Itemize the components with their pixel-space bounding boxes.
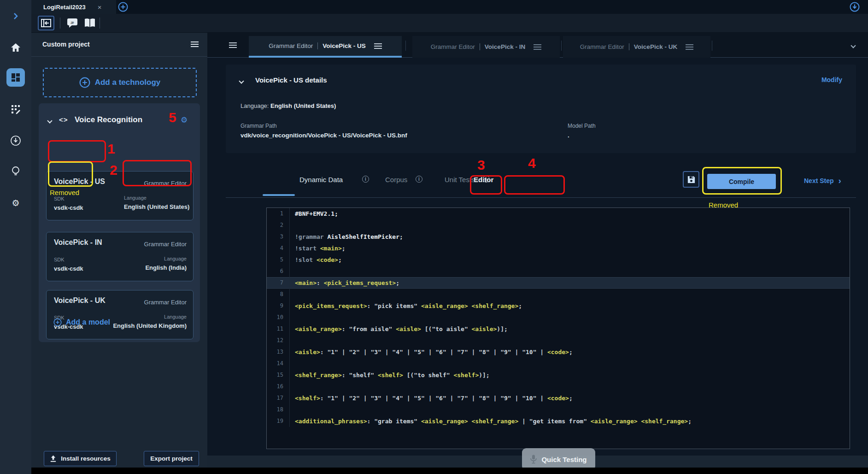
compile-button[interactable]: Compile (707, 174, 776, 189)
project-tab[interactable]: LogiRetail2023 × (31, 0, 116, 14)
line-number: 5 (267, 254, 290, 266)
code-token: | (425, 395, 435, 402)
code-text (290, 312, 295, 323)
collapse-details-chevron-icon[interactable] (239, 78, 244, 83)
code-line[interactable]: 4!start <main>; (267, 243, 850, 254)
info-icon[interactable]: i (416, 176, 422, 183)
code-token: "10" (522, 395, 536, 402)
quick-testing-button[interactable]: Quick Testing (522, 448, 595, 470)
code-token: "10" (522, 349, 536, 356)
phonetic-tool-button[interactable]: æ (65, 17, 79, 30)
code-line[interactable]: 8 (267, 289, 850, 300)
code-token: <aisle> (295, 349, 320, 356)
document-tab-strip: Grammar Editor VoicePick - US Grammar Ed… (207, 33, 868, 58)
doc-tab-voicepick-us-active[interactable]: Grammar Editor VoicePick - US (249, 36, 402, 58)
line-number: 17 (267, 392, 290, 404)
code-line[interactable]: 16 (267, 381, 850, 392)
code-token: <aisle> (396, 326, 421, 332)
code-line[interactable]: 19<additional_phrases>: "grab items" <ai… (267, 415, 850, 427)
section-title: Voice Recognition (75, 115, 142, 124)
tab-unit-tests[interactable]: Unit Tests (445, 176, 475, 184)
model-type: Grammar Editor (144, 241, 187, 248)
modify-link[interactable]: Modify (821, 76, 842, 83)
downloads-nav-button[interactable] (0, 131, 31, 150)
install-resources-label: Install resources (61, 455, 110, 462)
model-card-voicepick-uk[interactable]: VoicePick - UK Grammar Editor SDK vsdk-c… (46, 290, 194, 339)
home-icon (11, 43, 21, 52)
code-line[interactable]: 1#BNF+EMV2.1; (267, 208, 850, 219)
code-line[interactable]: 17<shelf>: "1" | "2" | "3" | "4" | "5" |… (267, 392, 850, 404)
tips-nav-button[interactable] (0, 162, 31, 181)
section-settings-gear-icon[interactable]: ⚙ (181, 115, 188, 125)
chevron-down-icon[interactable] (47, 118, 52, 123)
tab-app-label: Grammar Editor (580, 43, 624, 50)
code-line[interactable]: 18 (267, 404, 850, 415)
line-number: 1 (267, 208, 290, 219)
doc-tab-voicepick-in[interactable]: Grammar Editor VoicePick - IN (412, 36, 560, 58)
phonetic-bubble-icon: æ (67, 18, 78, 28)
sdk-value: vsdk-csdk (54, 204, 83, 211)
tab-doc-label: VoicePick - UK (634, 43, 677, 50)
code-line[interactable]: 10 (267, 312, 850, 323)
window-bottom-edge (31, 468, 868, 474)
tab-menu-icon[interactable] (534, 47, 541, 47)
language-value: English (India) (145, 264, 187, 271)
code-token: <additional_phrases> (295, 418, 367, 425)
home-nav-button[interactable] (0, 38, 31, 57)
code-line[interactable]: 3!grammar AisleShelfItemPicker; (267, 231, 850, 243)
tab-menu-icon[interactable] (374, 46, 382, 47)
toggle-sidebar-button[interactable] (38, 16, 54, 30)
line-number: 9 (267, 300, 290, 312)
code-line[interactable]: 5!slot <code>; (267, 254, 850, 266)
tab-corpus[interactable]: Corpus (385, 176, 407, 184)
code-token: | (360, 349, 370, 356)
model-name: VoicePick - US (54, 178, 105, 186)
panel-menu-icon[interactable] (191, 44, 199, 45)
code-line[interactable]: 12 (267, 335, 850, 346)
code-token (468, 302, 472, 309)
code-token: "to aisle" (432, 326, 468, 332)
code-token: <pick_items_request> (295, 302, 367, 309)
code-line[interactable]: 2 (267, 219, 850, 231)
add-technology-button[interactable]: Add a technology (43, 68, 197, 97)
grammar-code-editor[interactable]: 1#BNF+EMV2.1;23!grammar AisleShelfItemPi… (266, 207, 850, 449)
add-project-tab-button[interactable] (118, 2, 128, 14)
code-token: "8" (479, 349, 489, 356)
code-token: ; (569, 349, 573, 356)
tab-menu-icon[interactable] (686, 47, 693, 47)
code-token: | (403, 349, 414, 356)
app-window: ⚙ LogiRetail2023 × (0, 0, 868, 474)
global-download-button[interactable] (850, 2, 860, 14)
templates-nav-button[interactable] (0, 100, 31, 118)
doc-tab-voicepick-uk[interactable]: Grammar Editor VoicePick - UK (563, 36, 710, 58)
tab-overflow-chevron-icon[interactable] (850, 43, 856, 48)
microphone-icon (530, 455, 537, 464)
install-resources-button[interactable]: Install resources (44, 451, 117, 466)
documentation-button[interactable] (83, 17, 97, 30)
code-token: "2" (349, 349, 359, 356)
projects-nav-button-active[interactable] (6, 68, 25, 87)
code-line[interactable]: 7<main>: <pick_items_request>; (267, 277, 850, 289)
code-line[interactable]: 9<pick_items_request>: "pick items" <ais… (267, 300, 850, 312)
expand-rail-button[interactable] (0, 7, 31, 25)
code-line[interactable]: 11<aisle_range>: "from aisle" <aisle> [(… (267, 323, 850, 335)
code-line[interactable]: 15<shelf_range>: "shelf" <shelf> [("to s… (267, 369, 850, 381)
info-icon[interactable]: i (483, 176, 490, 183)
tab-dynamic-data[interactable]: Dynamic Data (299, 176, 343, 184)
next-step-button[interactable]: Next Step › (804, 177, 841, 184)
settings-nav-button[interactable]: ⚙ (0, 194, 31, 212)
tab-strip-menu-icon[interactable] (229, 45, 237, 46)
info-icon[interactable]: i (362, 176, 369, 183)
close-icon[interactable]: × (98, 3, 102, 11)
code-token: : (367, 418, 375, 425)
save-button[interactable] (683, 171, 699, 188)
add-model-button[interactable]: Add a model (53, 318, 110, 326)
code-token: | (536, 395, 547, 402)
code-line[interactable]: 6 (267, 266, 850, 277)
export-project-button[interactable]: Export project (144, 451, 199, 466)
code-line[interactable]: 14 (267, 358, 850, 369)
code-token: | (511, 349, 522, 356)
toolbar-separator (60, 18, 60, 29)
code-line[interactable]: 13<aisle>: "1" | "2" | "3" | "4" | "5" |… (267, 346, 850, 358)
model-card-voicepick-in[interactable]: VoicePick - IN Grammar Editor SDK vsdk-c… (46, 232, 194, 281)
